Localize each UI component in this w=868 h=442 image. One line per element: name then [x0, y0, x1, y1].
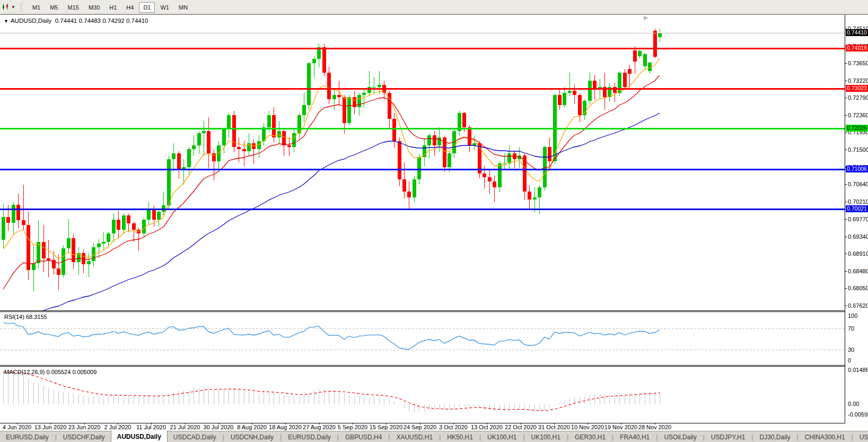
level-price-box: 0.70021	[846, 205, 868, 212]
macd-label: MACD(12,26,9) 0.005524 0.005009	[4, 369, 97, 375]
chart-tab-hk50-h1[interactable]: HK50,H1	[441, 432, 479, 442]
date-tick-label: 31 Oct 2020	[538, 424, 570, 430]
date-tick-label: 30 Jul 2020	[204, 424, 234, 430]
timeframe-m5-button[interactable]: M5	[46, 2, 62, 13]
chart-tab-china300-h1[interactable]: CHINA300,H1	[799, 432, 851, 442]
timeframe-h1-button[interactable]: H1	[105, 2, 121, 13]
chart-tab-uk100-h1[interactable]: UK100,H1	[481, 432, 522, 442]
date-tick-label: 23 Jun 2020	[68, 424, 101, 430]
macd-panel-bottom-border	[0, 423, 845, 423]
price-tick-mark	[845, 150, 847, 150]
price-tick-mark	[845, 81, 847, 81]
price-tick-mark	[845, 237, 847, 237]
chart-tab-ger30-h1[interactable]: GER30,H1	[569, 432, 611, 442]
date-tick-label: 13 Oct 2020	[471, 424, 503, 430]
price-tick-label: 0.72360	[848, 112, 868, 118]
timeframe-m30-button[interactable]: M30	[84, 2, 104, 13]
rsi-scale-30: 30	[848, 346, 854, 353]
chart-tab-bar: EURUSD,Daily|USDCHF,DailyAUDUSD,DailyUSD…	[0, 431, 868, 442]
price-tick-label: 0.67620	[848, 302, 868, 309]
level-price-box: 0.74019	[846, 45, 868, 51]
date-tick-label: 24 Sep 2020	[404, 424, 436, 430]
price-tick-mark	[845, 219, 847, 220]
macd-scale-max: 0.014861	[848, 367, 868, 373]
timeframe-m1-button[interactable]: M1	[28, 2, 45, 13]
price-tick-label: 0.69770	[848, 216, 868, 222]
macd-indicator-chart[interactable]	[0, 366, 845, 423]
date-tick-label: 28 Nov 2020	[638, 424, 671, 430]
chart-tab-eurusd-daily[interactable]: EURUSD,Daily	[0, 432, 55, 442]
date-tick-label: 15 Sep 2020	[370, 424, 402, 430]
price-tick-label: 0.70640	[848, 181, 868, 187]
rsi-panel-bottom-border	[0, 365, 845, 366]
chart-tab-dj30-daily[interactable]: DJ30,Daily	[753, 432, 796, 442]
date-tick-label: 4 Jun 2020	[3, 424, 31, 430]
date-tick-label: 13 Jun 2020	[34, 424, 67, 430]
chart-tab-usoil-h1[interactable]: USOil,H1	[854, 432, 868, 442]
level-price-box: 0.71006	[846, 166, 868, 172]
chart-tab-usdcnh-daily[interactable]: USDCNH,Daily	[225, 432, 279, 442]
chart-tab-eurusd-daily[interactable]: EURUSD,Daily	[282, 432, 337, 442]
timeframe-w1-button[interactable]: W1	[156, 2, 173, 13]
date-tick-label: 22 Oct 2020	[505, 424, 537, 430]
price-tick-mark	[845, 184, 847, 185]
candlestick-chart-icon[interactable]	[2, 3, 10, 11]
mt4-terminal: ▼ M1M5M15M30H1H4D1W1MN ▼AUDUSD,Daily 0.7…	[0, 0, 868, 442]
chart-tab-fra40-h1[interactable]: FRA40,H1	[614, 432, 655, 442]
timeframe-mn-button[interactable]: MN	[174, 2, 192, 13]
chart-tab-uk100-h1[interactable]: UK100,H1	[525, 432, 566, 442]
date-tick-label: 27 Aug 2020	[303, 424, 336, 430]
timeframe-h4-button[interactable]: H4	[122, 2, 138, 13]
rsi-scale-0: 0	[848, 357, 851, 363]
chart-type-dropdown-icon[interactable]: ▼	[11, 5, 15, 10]
rsi-indicator-chart[interactable]	[0, 311, 845, 365]
price-tick-label: 0.71500	[848, 146, 868, 153]
timeframe-toolbar: ▼ M1M5M15M30H1H4D1W1MN	[0, 0, 868, 14]
current-price-box: 0.74410	[846, 29, 868, 36]
main-price-chart[interactable]	[0, 16, 845, 310]
price-tick-mark	[845, 98, 847, 98]
macd-scale-zero: 0.00	[848, 401, 859, 407]
date-tick-label: 10 Nov 2020	[571, 424, 604, 430]
date-tick-label: 3 Oct 2020	[439, 424, 468, 430]
chart-tab-audusd-daily[interactable]: AUDUSD,Daily	[111, 430, 168, 442]
price-tick-mark	[845, 202, 847, 202]
chart-tab-usdchf-daily[interactable]: USDCHF,Daily	[57, 432, 111, 442]
date-tick-label: 5 Sep 2020	[338, 424, 367, 430]
chart-tab-usdcad-daily[interactable]: USDCAD,Daily	[168, 432, 222, 442]
price-tick-mark	[845, 63, 847, 64]
date-tick-label: 11 Jul 2020	[136, 424, 166, 430]
chart-window-border	[0, 14, 868, 15]
chart-tabs: EURUSD,Daily|USDCHF,DailyAUDUSD,DailyUSD…	[0, 431, 868, 442]
price-tick-mark	[845, 271, 847, 272]
level-price-box: 0.72026	[846, 125, 868, 132]
timeframe-d1-button[interactable]: D1	[139, 2, 155, 13]
macd-scale-min: -0.005938	[848, 411, 868, 418]
rsi-panel-top-border	[0, 311, 845, 312]
price-tick-label: 0.68910	[848, 250, 868, 257]
date-tick-label: 19 Nov 2020	[604, 424, 637, 430]
chart-tab-usoil-daily[interactable]: USOil,Daily	[658, 432, 702, 442]
chart-tab-gbpusd-h4[interactable]: GBPUSD,H4	[339, 432, 388, 442]
price-tick-mark	[845, 306, 847, 306]
timeframe-m15-button[interactable]: M15	[63, 2, 83, 13]
price-tick-label: 0.72790	[848, 94, 868, 101]
date-tick-label: 2 Jul 2020	[104, 424, 131, 430]
level-price-box: 0.73023	[846, 85, 868, 92]
date-tick-label: 18 Aug 2020	[269, 424, 302, 430]
rsi-label: RSI(14) 68.3155	[4, 314, 47, 320]
price-tick-label: 0.68050	[848, 285, 868, 291]
chart-tab-usdjpy-h1[interactable]: USDJPY,H1	[705, 432, 751, 442]
price-tick-mark	[845, 288, 847, 289]
price-tick-label: 0.68480	[848, 268, 868, 274]
date-tick-label: 21 Jul 2020	[170, 424, 200, 430]
toolbar-grip	[21, 2, 24, 12]
rsi-scale-100: 100	[848, 313, 857, 319]
date-tick-label: 8 Aug 2020	[237, 424, 267, 430]
main-panel-bottom-border	[0, 310, 845, 311]
price-tick-label: 0.70210	[848, 198, 868, 205]
macd-panel-top-border	[0, 366, 845, 367]
price-tick-label: 0.69340	[848, 233, 868, 240]
price-tick-mark	[845, 132, 847, 133]
chart-tab-xauusd-h1[interactable]: XAUUSD,H1	[390, 432, 439, 442]
